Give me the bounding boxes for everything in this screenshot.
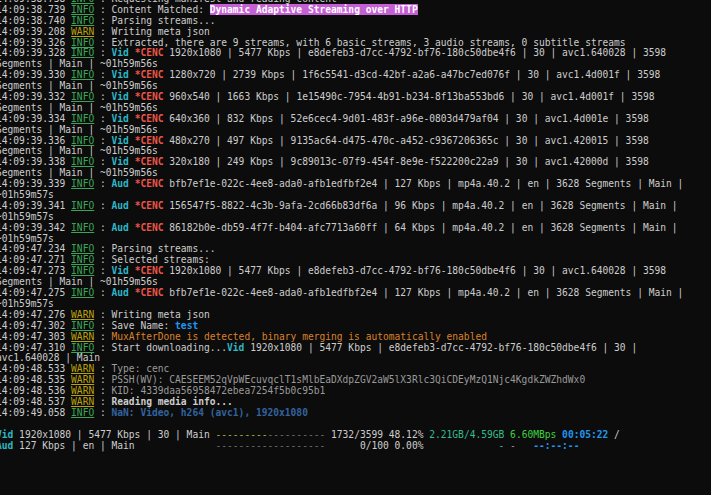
- log-level-info: INFO: [71, 37, 94, 48]
- log-text: 320x180 | 249 Kbps | 9c89013c-07f9-454f-…: [164, 156, 649, 167]
- save-name-value: test: [175, 320, 198, 331]
- log-level-info: INFO: [71, 254, 94, 265]
- drm-flag: *CENC: [135, 91, 164, 102]
- spinner: /: [608, 429, 620, 440]
- log-level-info: INFO: [71, 113, 94, 124]
- log-level-warn: WARN: [71, 363, 94, 374]
- timestamp: 14:09:48.537: [0, 396, 71, 407]
- timestamp: 14:09:47.275: [0, 287, 71, 298]
- log-level-info: INFO: [71, 200, 94, 211]
- log-text: avc1.640028 | Main: [0, 352, 100, 363]
- progress-speed: 6.60MBps: [510, 429, 556, 440]
- log-text: Segments | Main | ~01h59m56s: [0, 102, 158, 113]
- log-level-info: INFO: [71, 320, 94, 331]
- drm-flag: *CENC: [135, 47, 164, 58]
- stream-type: Aud: [112, 222, 129, 233]
- log-level-info: INFO: [71, 222, 94, 233]
- log-level-info: INFO: [71, 156, 94, 167]
- log-level-info: INFO: [71, 342, 94, 353]
- log-text: Segments | Main | ~01h59m56s: [0, 80, 158, 91]
- progress-count: 1732/3599 48.12%: [325, 429, 423, 440]
- log-text: :: [94, 200, 111, 211]
- log-text: bfb7ef1e-022c-4ee8-ada0-afb1edfbf2e4 | 1…: [164, 178, 684, 189]
- stream-type: Aud: [0, 440, 13, 451]
- timestamp: 14:09:39.339: [0, 178, 71, 189]
- log-text: :: [94, 287, 111, 298]
- log-text: [135, 440, 216, 451]
- progress-eta: --:--:--: [533, 440, 579, 451]
- log-text: : Content Matched:: [94, 4, 210, 15]
- log-level-warn: WARN: [71, 309, 94, 320]
- timestamp: 14:09:39.330: [0, 69, 71, 80]
- audio-stream-line: 14:09:39.342 INFO : Aud *CENC 86182b0e-d…: [0, 223, 683, 234]
- log-text: Type: cenc: [112, 363, 170, 374]
- log-level-warn: WARN: [71, 331, 94, 342]
- stream-type: Aud: [112, 200, 129, 211]
- log-text: :: [94, 396, 111, 407]
- log-text: 640x360 | 832 Kbps | 52e6cec4-9d01-483f-…: [164, 113, 649, 124]
- log-level-info: INFO: [71, 15, 94, 26]
- drm-flag: *CENC: [135, 69, 164, 80]
- log-text: ~01h59m57s: [0, 189, 54, 200]
- stream-type: Aud: [112, 178, 129, 189]
- log-text: 1920x1080 | 5477 Kbps | 30 | Main: [13, 429, 215, 440]
- log-level-warn: WARN: [71, 385, 94, 396]
- log-text: Segments | Main | ~01h59m56s: [0, 58, 158, 69]
- log-text: :: [94, 222, 111, 233]
- stream-type: Vid: [112, 91, 129, 102]
- log-text: :: [94, 135, 111, 146]
- stream-type: Aud: [112, 287, 129, 298]
- log-level-info: INFO: [71, 407, 94, 418]
- timestamp: 14:09:47.271: [0, 254, 71, 265]
- log-text: : Save Name:: [94, 320, 175, 331]
- log-text: 1920x1080 | 5477 Kbps | e8defeb3-d7cc-47…: [164, 47, 667, 58]
- stream-type: Vid: [112, 135, 129, 146]
- log-text: :: [94, 113, 111, 124]
- log-level-warn: WARN: [71, 374, 94, 385]
- timestamp: 14:09:39.208: [0, 26, 71, 37]
- log-text: 1920x1080 | 5477 Kbps | e8defeb3-d7cc-47…: [244, 342, 637, 353]
- log-text: 86182b0e-db59-4f7f-b404-afc7713a60ff | 6…: [164, 222, 678, 233]
- content-type-highlight: Dynamic Adaptive Streaming over HTTP: [210, 4, 418, 15]
- timestamp: 14:09:48.535: [0, 374, 71, 385]
- log-text: : Writing meta json: [94, 26, 210, 37]
- log-text: 156547f5-8822-4c3b-9afa-2cd66b83df6a | 9…: [164, 200, 678, 211]
- log-level-info: INFO: [71, 287, 94, 298]
- log-text: Segments | Main | ~01h59m56s: [0, 145, 158, 156]
- drm-flag: *CENC: [135, 287, 164, 298]
- log-text: 127 Kbps | en | Main: [13, 440, 134, 451]
- timestamp: 14:09:48.536: [0, 385, 71, 396]
- log-text: :: [94, 69, 111, 80]
- timestamp: 14:09:47.273: [0, 265, 71, 276]
- terminal-screen[interactable]: 14:09:38.738 INFO : Requesting manifest …: [0, 0, 711, 495]
- timestamp: 14:09:38.740: [0, 15, 71, 26]
- log-text: 1280x720 | 2739 Kbps | 1f6c5541-d3cd-42b…: [164, 69, 661, 80]
- timestamp: 14:09:47.303: [0, 331, 71, 342]
- stream-type: Vid: [227, 342, 244, 353]
- timestamp: 14:09:48.533: [0, 363, 71, 374]
- stream-type: Vid: [0, 429, 13, 440]
- log-text: [516, 440, 533, 451]
- terminal-output: 14:09:38.738 INFO : Requesting manifest …: [0, 0, 683, 451]
- log-text: :: [94, 178, 111, 189]
- log-level-info: INFO: [71, 47, 94, 58]
- log-text: 480x270 | 497 Kbps | 9135ac64-d475-470c-…: [164, 135, 649, 146]
- log-text: [423, 440, 498, 451]
- timestamp: 14:09:47.310: [0, 342, 71, 353]
- log-text: Segments | Main | ~01h59m56s: [0, 124, 158, 135]
- start-download-line: 14:09:47.310 INFO : Start downloading...…: [0, 343, 683, 354]
- log-level-info: INFO: [71, 69, 94, 80]
- log-text: :: [94, 331, 111, 342]
- timestamp: 14:09:39.332: [0, 91, 71, 102]
- log-level-info: INFO: [71, 265, 94, 276]
- log-text: 960x540 | 1663 Kbps | 1e15490c-7954-4b91…: [164, 91, 655, 102]
- log-text: MuxAfterDone is detected, binary merging…: [112, 331, 487, 342]
- timestamp: 14:09:39.342: [0, 222, 71, 233]
- log-text: Reading media info...: [112, 396, 233, 407]
- timestamp: 14:09:38.739: [0, 4, 71, 15]
- stream-type: Vid: [112, 156, 129, 167]
- drm-flag: *CENC: [135, 200, 164, 211]
- drm-flag: *CENC: [135, 113, 164, 124]
- progress-count: 0/100 0.00%: [325, 440, 423, 451]
- kid-value: KID: 4339daa56958472ebea7254f5b0c95b1: [112, 385, 326, 396]
